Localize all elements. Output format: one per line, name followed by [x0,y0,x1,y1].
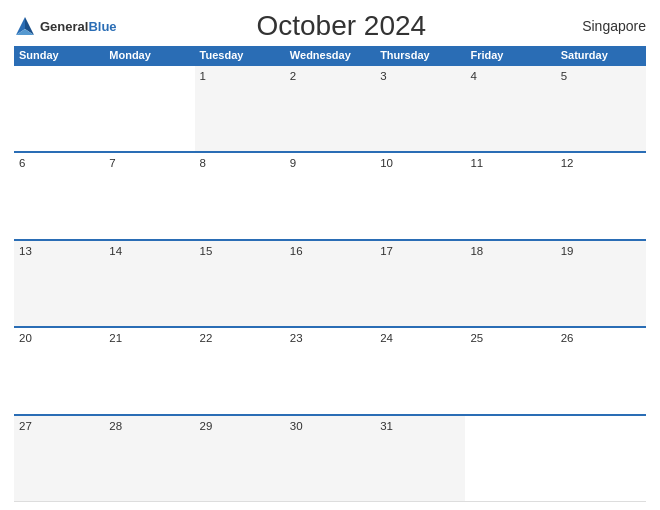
calendar-week-2: 6 7 8 9 10 11 12 [14,151,646,238]
day-cell-10: 10 [375,153,465,238]
day-cell-26: 26 [556,328,646,413]
day-cell-29: 29 [195,416,285,501]
day-cell-30: 30 [285,416,375,501]
day-cell-1: 1 [195,66,285,151]
day-cell-w5-5 [465,416,555,501]
calendar-week-1: 1 2 3 4 5 [14,64,646,151]
logo-blue-text: Blue [88,19,116,34]
country-label: Singapore [566,18,646,34]
calendar-title: October 2024 [117,10,566,42]
logo: GeneralBlue [14,15,117,37]
day-cell-16: 16 [285,241,375,326]
day-cell-25: 25 [465,328,555,413]
calendar: Sunday Monday Tuesday Wednesday Thursday… [14,46,646,502]
calendar-week-5: 27 28 29 30 31 [14,414,646,502]
day-cell-5: 5 [556,66,646,151]
day-cell-22: 22 [195,328,285,413]
day-cell-7: 7 [104,153,194,238]
calendar-week-3: 13 14 15 16 17 18 19 [14,239,646,326]
day-cell-20: 20 [14,328,104,413]
day-cell-3: 3 [375,66,465,151]
day-cell-9: 9 [285,153,375,238]
day-cell-28: 28 [104,416,194,501]
day-cell-23: 23 [285,328,375,413]
day-cell-17: 17 [375,241,465,326]
calendar-body: 1 2 3 4 5 6 7 8 9 10 11 12 13 14 15 16 [14,64,646,502]
day-cell-11: 11 [465,153,555,238]
logo-general-text: General [40,19,88,34]
day-cell-6: 6 [14,153,104,238]
header-sunday: Sunday [14,46,104,64]
generalblue-logo-icon [14,15,36,37]
day-cell-4: 4 [465,66,555,151]
header-wednesday: Wednesday [285,46,375,64]
header-tuesday: Tuesday [195,46,285,64]
day-cell-21: 21 [104,328,194,413]
page: GeneralBlue October 2024 Singapore Sunda… [0,0,660,510]
day-cell-18: 18 [465,241,555,326]
header: GeneralBlue October 2024 Singapore [14,10,646,42]
day-cell-24: 24 [375,328,465,413]
day-cell-15: 15 [195,241,285,326]
day-cell-w5-6 [556,416,646,501]
day-cell-12: 12 [556,153,646,238]
header-friday: Friday [465,46,555,64]
day-cell-13: 13 [14,241,104,326]
header-monday: Monday [104,46,194,64]
day-cell-2: 2 [285,66,375,151]
calendar-header: Sunday Monday Tuesday Wednesday Thursday… [14,46,646,64]
day-cell-8: 8 [195,153,285,238]
header-saturday: Saturday [556,46,646,64]
logo-label: GeneralBlue [40,17,117,35]
day-cell-27: 27 [14,416,104,501]
day-cell-31: 31 [375,416,465,501]
header-thursday: Thursday [375,46,465,64]
calendar-week-4: 20 21 22 23 24 25 26 [14,326,646,413]
day-cell-w1-0 [14,66,104,151]
day-cell-19: 19 [556,241,646,326]
day-cell-w1-1 [104,66,194,151]
day-cell-14: 14 [104,241,194,326]
